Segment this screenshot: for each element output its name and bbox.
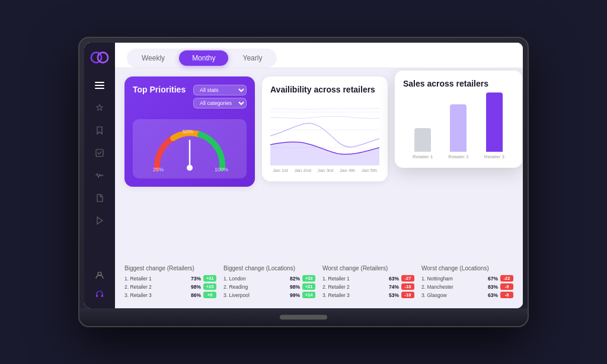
badge: -18 [401, 292, 414, 298]
top-row: Top Priorities All stats All categories [124, 76, 513, 257]
sidebar-bottom [94, 269, 106, 300]
biggest-locations-title: Biggest change (Locations) [223, 265, 315, 272]
tab-weekly[interactable]: Weekly [129, 50, 178, 66]
svg-point-10 [187, 165, 193, 171]
x-labels: Jan 1st Jan 2nd Jan 3rd Jan 4th Jan 5th [270, 168, 379, 173]
availability-card: Availibility across retailers [262, 76, 388, 181]
sidebar-play-icon[interactable] [94, 215, 106, 226]
main-content: Weekly Monthy Yearly Top Priorities [115, 43, 523, 308]
badge: +31 [203, 275, 216, 282]
priorities-title: Top Priorities [133, 85, 186, 94]
svg-rect-8 [101, 295, 103, 297]
x-label-4: Jan 4th [340, 168, 355, 173]
bar-3 [486, 92, 503, 152]
sidebar-star-icon[interactable] [94, 102, 106, 114]
stat-row: 2. Retailer 2 74% -18 [322, 283, 414, 290]
stat-row: 2. Manchester 83% -9 [421, 283, 513, 290]
sidebar-activity-icon[interactable] [94, 170, 106, 181]
bar-group-1: Retailer 1 [409, 128, 436, 159]
stat-row: 1. Nottingham 67% -22 [421, 275, 513, 282]
svg-text:50%: 50% [183, 129, 193, 135]
laptop-wrapper: Weekly Monthy Yearly Top Priorities [60, 13, 547, 351]
badge: +14 [302, 292, 315, 298]
sales-title: Sales across retailers [403, 79, 514, 88]
badge: +33 [302, 275, 315, 282]
svg-rect-3 [95, 85, 104, 86]
stat-row: 3. Retailer 3 53% -18 [322, 292, 414, 298]
badge: -9 [500, 283, 513, 290]
svg-text:25%: 25% [153, 167, 164, 173]
laptop-chin [79, 308, 528, 326]
bar-1 [414, 128, 431, 152]
dashboard: Top Priorities All stats All categories [115, 68, 523, 308]
sales-card-wrapper: Sales across retailers Retailer 1 [395, 76, 513, 168]
bar-label-3: Retailer 3 [484, 154, 504, 159]
gauge-container: 25% 50% 100% [133, 119, 247, 178]
all-stats-select[interactable]: All stats [193, 85, 247, 95]
line-chart-svg [270, 100, 379, 165]
biggest-change-locations: Biggest change (Locations) 1. London 82%… [223, 265, 315, 300]
filter-row: All stats All categories [193, 85, 247, 108]
badge: -27 [401, 275, 414, 282]
x-label-5: Jan 5th [362, 168, 377, 173]
availability-title: Availibility across retailers [270, 85, 379, 94]
tab-yearly[interactable]: Yearly [229, 50, 275, 66]
x-label-2: Jan 2nd [294, 168, 311, 173]
bar-group-3: Retailer 3 [481, 92, 508, 159]
biggest-retailers-title: Biggest change (Retailers) [124, 265, 216, 272]
top-priorities-card: Top Priorities All stats All categories [124, 76, 255, 187]
stat-row: 1. Retailer 1 63% -27 [322, 275, 414, 282]
all-categories-select[interactable]: All categories [193, 98, 247, 108]
bar-2 [450, 104, 467, 152]
worst-retailers-title: Worst change (Retailers) [322, 265, 414, 272]
sidebar-file-icon[interactable] [94, 192, 106, 204]
badge: -18 [401, 283, 414, 290]
stat-row: 3. Liverpool 99% +14 [223, 292, 315, 298]
tab-bar: Weekly Monthy Yearly [115, 43, 523, 68]
laptop-screen: Weekly Monthy Yearly Top Priorities [84, 43, 523, 308]
svg-text:100%: 100% [215, 167, 228, 173]
sidebar [84, 43, 115, 308]
gauge-chart: 25% 50% 100% [148, 125, 231, 173]
sidebar-bookmark-icon[interactable] [94, 124, 106, 136]
badge: +21 [302, 283, 315, 290]
svg-rect-7 [96, 295, 98, 297]
worst-change-locations: Worst change (Locations) 1. Nottingham 6… [421, 265, 513, 300]
x-label-3: Jan 3rd [318, 168, 334, 173]
bottom-row: Biggest change (Retailers) 1. Retailer 1… [124, 265, 513, 300]
stat-row: 2. Reading 98% +21 [223, 283, 315, 290]
availability-chart [270, 100, 379, 165]
sidebar-check-icon[interactable] [94, 147, 106, 159]
tab-group: Weekly Monthy Yearly [127, 49, 277, 68]
stat-row: 1. London 82% +33 [223, 275, 315, 282]
sidebar-menu-icon[interactable] [94, 79, 106, 91]
biggest-change-retailers: Biggest change (Retailers) 1. Retailer 1… [124, 265, 216, 300]
badge: +15 [203, 283, 216, 290]
svg-rect-5 [96, 149, 103, 157]
tab-monthly[interactable]: Monthy [179, 50, 228, 66]
logo-icon [90, 51, 109, 64]
bar-group-2: Retailer 2 [445, 104, 472, 159]
worst-locations-title: Worst change (Locations) [421, 265, 513, 272]
stat-row: 2. Retailer 2 98% +15 [124, 283, 216, 290]
sidebar-user-icon[interactable] [94, 269, 106, 281]
svg-rect-2 [95, 82, 104, 83]
badge: +9 [203, 292, 216, 298]
sales-card: Sales across retailers Retailer 1 [395, 71, 522, 168]
badge: -22 [500, 275, 513, 282]
bar-label-1: Retailer 1 [413, 154, 433, 159]
stat-row: 3. Glasgow 63% -8 [421, 292, 513, 298]
svg-point-1 [98, 52, 108, 62]
stat-row: 1. Retailer 1 73% +31 [124, 275, 216, 282]
laptop-notch [280, 315, 327, 320]
x-label-1: Jan 1st [273, 168, 288, 173]
svg-rect-4 [95, 88, 104, 89]
sidebar-headset-icon[interactable] [94, 288, 106, 300]
badge: -8 [500, 292, 513, 298]
worst-change-retailers: Worst change (Retailers) 1. Retailer 1 6… [322, 265, 414, 300]
bar-chart: Retailer 1 Retailer 2 [403, 94, 514, 159]
bar-label-2: Retailer 2 [448, 154, 468, 159]
stat-row: 3. Retailer 3 86% +9 [124, 292, 216, 298]
laptop-body: Weekly Monthy Yearly Top Priorities [78, 37, 529, 327]
